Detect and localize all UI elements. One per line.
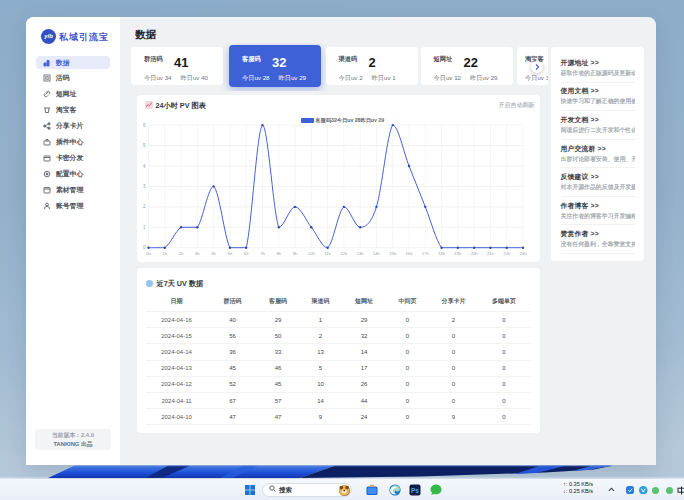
svg-text:11h: 11h: [324, 251, 331, 256]
svg-text:5: 5: [142, 143, 145, 148]
svg-text:19h: 19h: [454, 251, 462, 256]
svg-text:20h: 20h: [470, 251, 478, 256]
svg-text:14h: 14h: [372, 251, 380, 256]
svg-text:0: 0: [142, 245, 145, 250]
svg-text:1: 1: [142, 225, 145, 230]
svg-text:1h: 1h: [162, 251, 167, 256]
svg-text:12h: 12h: [340, 251, 348, 256]
svg-text:17h: 17h: [421, 251, 429, 256]
svg-text:15h: 15h: [389, 251, 397, 256]
svg-text:10h: 10h: [307, 251, 315, 256]
svg-text:4h: 4h: [211, 251, 216, 256]
svg-text:13h: 13h: [356, 251, 364, 256]
svg-text:23h: 23h: [519, 251, 527, 256]
svg-text:3: 3: [142, 184, 145, 189]
svg-text:8h: 8h: [276, 251, 281, 256]
svg-text:7h: 7h: [260, 251, 265, 256]
svg-text:16h: 16h: [405, 251, 413, 256]
svg-text:6h: 6h: [243, 251, 248, 256]
svg-text:Ps: Ps: [411, 487, 419, 494]
svg-text:4: 4: [142, 164, 145, 169]
svg-text:9h: 9h: [292, 251, 297, 256]
svg-text:21h: 21h: [486, 251, 494, 256]
svg-text:2h: 2h: [178, 251, 183, 256]
svg-text:0h: 0h: [146, 251, 151, 256]
svg-text:3h: 3h: [195, 251, 200, 256]
svg-text:2: 2: [142, 204, 145, 209]
svg-text:22h: 22h: [503, 251, 511, 256]
svg-text:5h: 5h: [227, 251, 232, 256]
svg-text:18h: 18h: [438, 251, 446, 256]
svg-text:6: 6: [142, 123, 145, 128]
